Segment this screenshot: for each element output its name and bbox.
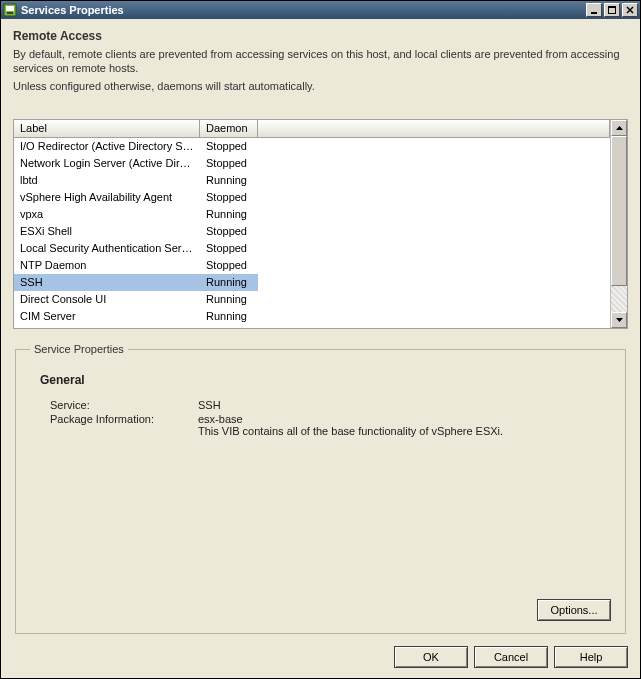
- dialog-footer: OK Cancel Help: [1, 638, 640, 678]
- table-row[interactable]: vSphere High Availability AgentStopped: [14, 189, 610, 206]
- table-row[interactable]: SSHRunning: [14, 274, 610, 291]
- package-info-key: Package Information:: [50, 413, 198, 437]
- table-row[interactable]: Network Login Server (Active Direc...Sto…: [14, 155, 610, 172]
- window: Services Properties Remote Access By def…: [0, 0, 641, 679]
- table-header-row: Label Daemon: [14, 120, 610, 138]
- scroll-down-button[interactable]: [611, 312, 627, 328]
- table-row[interactable]: lbtdRunning: [14, 172, 610, 189]
- general-heading: General: [40, 373, 611, 387]
- cell-daemon: Stopped: [200, 138, 258, 155]
- cell-daemon: Running: [200, 308, 258, 325]
- table-row[interactable]: vpxaRunning: [14, 206, 610, 223]
- cancel-button[interactable]: Cancel: [474, 646, 548, 668]
- cell-daemon: Running: [200, 291, 258, 308]
- table-row[interactable]: ESXi ShellStopped: [14, 223, 610, 240]
- svg-rect-5: [608, 6, 616, 8]
- service-properties-legend: Service Properties: [30, 343, 128, 355]
- package-info-value-2: This VIB contains all of the base functi…: [198, 425, 611, 437]
- section-description-1: By default, remote clients are prevented…: [13, 47, 628, 75]
- cell-daemon: Running: [200, 172, 258, 189]
- app-icon: [3, 3, 17, 17]
- dialog-body: Remote Access By default, remote clients…: [1, 19, 640, 638]
- column-header-empty[interactable]: [258, 120, 610, 137]
- table-row[interactable]: Local Security Authentication Serv...Sto…: [14, 240, 610, 257]
- cell-label: vSphere High Availability Agent: [14, 189, 200, 206]
- cell-daemon: Running: [200, 274, 258, 291]
- column-header-label[interactable]: Label: [14, 120, 200, 137]
- cell-label: NTP Daemon: [14, 257, 200, 274]
- scrollbar[interactable]: [610, 120, 627, 328]
- cell-label: ESXi Shell: [14, 223, 200, 240]
- svg-rect-3: [591, 12, 597, 14]
- scroll-thumb[interactable]: [611, 136, 627, 286]
- service-properties-group: Service Properties General Service: SSH …: [15, 343, 626, 634]
- cell-daemon: Stopped: [200, 257, 258, 274]
- cell-label: vpxa: [14, 206, 200, 223]
- table-row[interactable]: I/O Redirector (Active Directory Se...St…: [14, 138, 610, 155]
- cell-label: Direct Console UI: [14, 291, 200, 308]
- cell-daemon: Running: [200, 206, 258, 223]
- window-title: Services Properties: [21, 4, 584, 16]
- cell-daemon: Stopped: [200, 223, 258, 240]
- options-button[interactable]: Options...: [537, 599, 611, 621]
- scroll-track[interactable]: [611, 136, 627, 312]
- cell-label: Local Security Authentication Serv...: [14, 240, 200, 257]
- cell-daemon: Stopped: [200, 240, 258, 257]
- cell-label: SSH: [14, 274, 200, 291]
- maximize-button[interactable]: [604, 3, 620, 17]
- ok-button[interactable]: OK: [394, 646, 468, 668]
- service-key: Service:: [50, 399, 198, 411]
- cell-label: lbtd: [14, 172, 200, 189]
- cell-daemon: Stopped: [200, 155, 258, 172]
- help-button[interactable]: Help: [554, 646, 628, 668]
- cell-daemon: Stopped: [200, 189, 258, 206]
- section-description-2: Unless configured otherwise, daemons wil…: [13, 79, 628, 93]
- cell-label: I/O Redirector (Active Directory Se...: [14, 138, 200, 155]
- table-row[interactable]: CIM ServerRunning: [14, 308, 610, 325]
- cell-label: CIM Server: [14, 308, 200, 325]
- column-header-daemon[interactable]: Daemon: [200, 120, 258, 137]
- minimize-button[interactable]: [586, 3, 602, 17]
- package-info-value-1: esx-base: [198, 413, 611, 425]
- table-row[interactable]: Direct Console UIRunning: [14, 291, 610, 308]
- cell-label: Network Login Server (Active Direc...: [14, 155, 200, 172]
- svg-rect-2: [7, 12, 13, 14]
- table-row[interactable]: NTP DaemonStopped: [14, 257, 610, 274]
- services-table: Label Daemon I/O Redirector (Active Dire…: [13, 119, 628, 329]
- scroll-up-button[interactable]: [611, 120, 627, 136]
- service-value: SSH: [198, 399, 611, 411]
- titlebar: Services Properties: [1, 1, 640, 19]
- section-heading: Remote Access: [13, 29, 628, 43]
- svg-rect-1: [6, 6, 14, 11]
- close-button[interactable]: [622, 3, 638, 17]
